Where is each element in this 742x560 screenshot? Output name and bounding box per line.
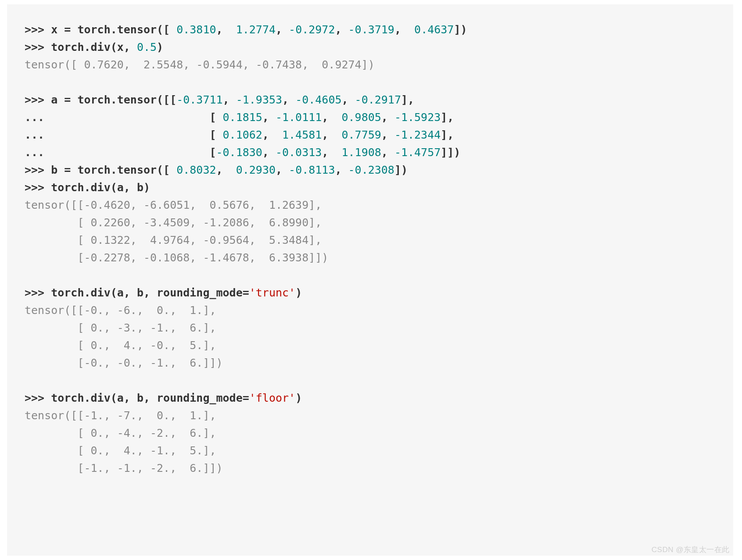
repl-input-line: >>> torch.div(x, 0.5) — [25, 39, 716, 56]
prompt: >>> — [25, 392, 51, 404]
repl-input-line: >>> torch.div(a, b) — [25, 179, 716, 196]
open: [ — [209, 146, 216, 159]
number: 0.9805 — [341, 111, 381, 124]
prompt: >>> — [25, 164, 51, 176]
number: -1.2344 — [394, 128, 441, 141]
prompt: >>> — [25, 41, 51, 54]
continuation-prompt: ... — [25, 111, 209, 124]
sep: , — [282, 93, 295, 106]
repl-output-line: [-0., -0., -1., 6.]]) — [25, 354, 716, 372]
string: 'trunc' — [249, 286, 295, 299]
code: torch.div(a, b) — [51, 181, 150, 194]
sep: , — [322, 146, 341, 159]
code: torch.div(a, b, rounding_mode= — [51, 392, 249, 404]
sep: , — [262, 111, 276, 124]
sep: , — [381, 146, 394, 159]
sep: , — [216, 164, 236, 176]
string: 'floor' — [249, 392, 295, 404]
repl-input-line: >>> torch.div(a, b, rounding_mode='trunc… — [25, 284, 716, 302]
sep: , — [216, 23, 236, 36]
prompt: >>> — [25, 93, 51, 106]
repl-output-line: tensor([[-0.4620, -6.6051, 0.5676, 1.263… — [25, 196, 716, 214]
blank-line — [25, 372, 716, 389]
sep: , — [335, 164, 348, 176]
prompt: >>> — [25, 181, 51, 194]
watermark: CSDN @东皇太一在此 — [652, 545, 730, 555]
repl-output-line: [ 0., 4., -1., 5.], — [25, 442, 716, 460]
close: ) — [295, 392, 302, 404]
number: -0.4605 — [295, 93, 341, 106]
sep: , — [394, 23, 414, 36]
sep: , — [335, 23, 348, 36]
repl-output-line: [ 0., 4., -0., 5.], — [25, 337, 716, 354]
repl-continuation-line: ... [ 0.1815, -1.0111, 0.9805, -1.5923], — [25, 109, 716, 126]
number: 1.2774 — [236, 23, 276, 36]
number: -0.2308 — [348, 164, 394, 176]
number: -0.3711 — [176, 93, 222, 106]
number: 0.1062 — [223, 128, 262, 141]
sep: , — [223, 93, 236, 106]
blank-line — [25, 74, 716, 91]
close: ) — [295, 286, 302, 299]
sep: , — [276, 23, 289, 36]
repl-input-line: >>> torch.div(a, b, rounding_mode='floor… — [25, 389, 716, 407]
sep: , — [322, 111, 341, 124]
code: torch.div(a, b, rounding_mode= — [51, 286, 249, 299]
number: 0.2930 — [236, 164, 276, 176]
code: x = torch.tensor([ — [51, 23, 176, 36]
continuation-prompt: ... — [25, 128, 209, 141]
repl-input-line: >>> a = torch.tensor([[-0.3711, -1.9353,… — [25, 91, 716, 109]
repl-continuation-line: ... [ 0.1062, 1.4581, 0.7759, -1.2344], — [25, 126, 716, 144]
number: 1.4581 — [282, 128, 322, 141]
number: -0.8113 — [289, 164, 335, 176]
number: -0.2972 — [289, 23, 335, 36]
sep: , — [262, 146, 276, 159]
blank-line — [25, 267, 716, 284]
number: 0.7759 — [341, 128, 381, 141]
number: -1.0111 — [276, 111, 322, 124]
sep: , — [342, 93, 355, 106]
number: -0.0313 — [276, 146, 322, 159]
number: -0.1830 — [216, 146, 262, 159]
close: ], — [441, 128, 454, 141]
number: 0.4637 — [414, 23, 454, 36]
prompt: >>> — [25, 286, 51, 299]
number: -1.9353 — [236, 93, 282, 106]
number: -0.2917 — [355, 93, 401, 106]
code: b = torch.tensor([ — [51, 164, 176, 176]
close: ], — [441, 111, 454, 124]
repl-output-line: [ 0., -3., -1., 6.], — [25, 319, 716, 337]
close: ]) — [454, 23, 467, 36]
repl-output-line: tensor([[-1., -7., 0., 1.], — [25, 407, 716, 424]
close: ]]) — [441, 146, 460, 159]
repl-output-line: [ 0.1322, 4.9764, -0.9564, 5.3484], — [25, 232, 716, 249]
repl-output-line: tensor([ 0.7620, 2.5548, -0.5944, -0.743… — [25, 56, 716, 74]
repl-output-line: [-0.2278, -0.1068, -1.4678, 6.3938]]) — [25, 249, 716, 267]
prompt: >>> — [25, 23, 51, 36]
sep: , — [381, 111, 394, 124]
close: ) — [157, 41, 163, 54]
repl-output-line: tensor([[-0., -6., 0., 1.], — [25, 302, 716, 319]
number: -1.4757 — [394, 146, 441, 159]
open: [ — [209, 128, 222, 141]
repl-input-line: >>> x = torch.tensor([ 0.3810, 1.2774, -… — [25, 21, 716, 39]
repl-output-line: [ 0.2260, -3.4509, -1.2086, 6.8990], — [25, 214, 716, 232]
close: ], — [401, 93, 414, 106]
sep: , — [262, 128, 282, 141]
repl-output-line: [-1., -1., -2., 6.]]) — [25, 460, 716, 477]
close: ]) — [394, 164, 408, 176]
continuation-prompt: ... — [25, 146, 209, 159]
open: [ — [209, 111, 222, 124]
sep: , — [381, 128, 394, 141]
number: 0.1815 — [223, 111, 262, 124]
number: -1.5923 — [394, 111, 441, 124]
number: -0.3719 — [348, 23, 394, 36]
number: 0.5 — [137, 41, 157, 54]
number: 0.3810 — [176, 23, 216, 36]
repl-input-line: >>> b = torch.tensor([ 0.8032, 0.2930, -… — [25, 161, 716, 179]
sep: , — [322, 128, 341, 141]
code: torch.div(x, — [51, 41, 137, 54]
code: a = torch.tensor([[ — [51, 93, 176, 106]
sep: , — [276, 164, 289, 176]
number: 1.1908 — [341, 146, 381, 159]
